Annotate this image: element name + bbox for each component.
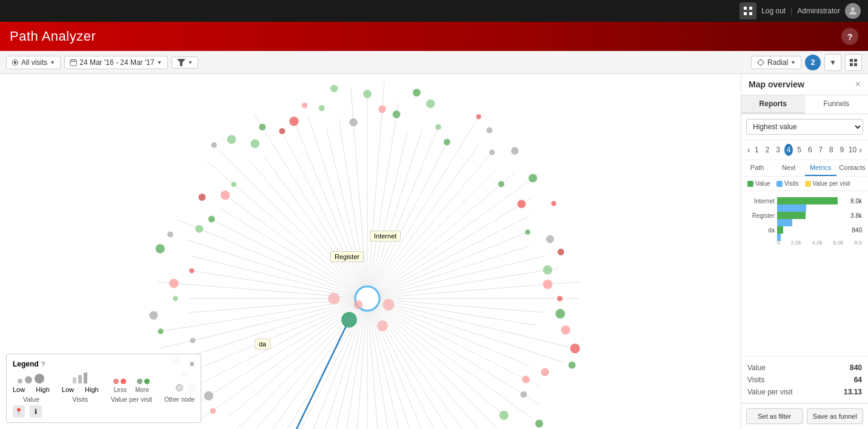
next-page-button[interactable]: ›	[859, 145, 862, 155]
filter-button[interactable]: ▼	[172, 56, 199, 69]
visits-dot	[776, 181, 783, 187]
panel-header: Map overview ×	[741, 74, 868, 95]
svg-line-181	[267, 320, 349, 429]
svg-point-171	[511, 147, 519, 155]
info-icon[interactable]: ℹ	[30, 405, 42, 417]
svg-marker-11	[177, 59, 185, 66]
bar-da-green	[777, 226, 783, 234]
svg-line-71	[219, 150, 367, 299]
toolbar: All visits ▼ 24 Mar '16 - 24 Mar '17 ▼ ▼…	[0, 51, 868, 74]
legend-other-col: Other node	[164, 384, 195, 403]
legend-header: Legend ? ×	[13, 359, 195, 369]
set-filter-button[interactable]: Set as filter	[746, 408, 803, 424]
svg-point-140	[149, 311, 158, 320]
svg-line-67	[212, 219, 367, 299]
logout-button[interactable]: Log out	[761, 7, 786, 15]
dropdown-icon[interactable]: ▼	[824, 54, 841, 71]
svg-line-87	[367, 138, 449, 299]
svg-line-91	[367, 169, 496, 299]
page-6[interactable]: 6	[806, 144, 814, 156]
svg-line-30	[367, 299, 513, 423]
subtab-metrics[interactable]: Metrics	[805, 160, 836, 176]
chart-row-da: da 840	[747, 225, 862, 235]
legend-more-label: More	[135, 387, 149, 393]
svg-line-55	[193, 299, 367, 388]
svg-line-34	[367, 299, 467, 429]
svg-rect-20	[854, 63, 857, 66]
grid-view-icon[interactable]	[845, 54, 862, 71]
panel-chart: Internet 8.0k Register 3.8k da	[741, 191, 868, 356]
svg-point-4	[851, 7, 855, 11]
pin-icon[interactable]: 📍	[13, 405, 25, 417]
svg-line-60	[189, 299, 367, 312]
date-range-button[interactable]: 24 Mar '16 - 24 Mar '17 ▼	[64, 56, 167, 69]
panel-subtabs: Path Next Metrics Contacts	[741, 160, 868, 177]
page-9[interactable]: 9	[838, 144, 846, 156]
svg-point-176	[525, 229, 530, 235]
svg-line-95	[367, 215, 531, 299]
svg-line-82	[367, 82, 384, 299]
highest-value-select[interactable]: Highest value Most visits Lowest value	[746, 119, 863, 135]
svg-line-33	[367, 299, 481, 429]
tab-reports[interactable]: Reports	[741, 95, 805, 113]
svg-point-133	[210, 408, 216, 414]
legend-visits-text: Visits	[784, 180, 799, 187]
panel-close-button[interactable]: ×	[855, 79, 861, 90]
map-area[interactable]: // Lines will be drawn via JS below Inte…	[0, 74, 741, 429]
svg-point-153	[250, 140, 259, 149]
svg-line-83	[367, 102, 398, 299]
svg-line-90	[367, 154, 492, 299]
page-1[interactable]: 1	[753, 144, 761, 156]
svg-point-147	[208, 216, 215, 223]
help-button[interactable]: ?	[841, 28, 858, 45]
svg-point-105	[569, 362, 576, 369]
page-5[interactable]: 5	[795, 144, 804, 156]
legend-close-button[interactable]: ×	[190, 359, 195, 369]
legend-value-label: Value	[23, 396, 39, 403]
subtab-next[interactable]: Next	[773, 160, 804, 176]
value-dot	[747, 181, 753, 187]
all-visits-button[interactable]: All visits ▼	[6, 56, 61, 69]
svg-point-174	[517, 200, 526, 208]
svg-rect-0	[744, 7, 747, 10]
legend-visits-label: Visits	[72, 396, 88, 403]
page-3[interactable]: 3	[774, 144, 783, 156]
svg-point-183	[342, 312, 356, 327]
svg-point-172	[498, 181, 504, 187]
page-8[interactable]: 8	[827, 144, 836, 156]
chart-row-register: Register 3.8k	[747, 211, 862, 220]
svg-point-101	[557, 296, 563, 301]
svg-point-156	[289, 117, 298, 126]
bar-internet-green	[777, 197, 838, 204]
svg-line-78	[326, 127, 367, 299]
grid-icon[interactable]	[739, 2, 756, 19]
panel-tabs: Reports Funnels	[741, 95, 868, 114]
stat-value-number: 840	[850, 363, 862, 372]
svg-point-180	[543, 280, 553, 289]
page-2[interactable]: 2	[763, 144, 772, 156]
svg-line-99	[367, 268, 558, 299]
panel-dropdown[interactable]: Highest value Most visits Lowest value	[741, 114, 868, 140]
radial-button[interactable]: Radial ▼	[751, 56, 801, 69]
subtab-contacts[interactable]: Contacts	[836, 160, 868, 176]
svg-line-25	[367, 299, 564, 363]
badge-number[interactable]: 2	[805, 55, 821, 70]
all-visits-label: All visits	[21, 58, 47, 67]
subtab-path[interactable]: Path	[741, 160, 773, 176]
avatar[interactable]	[845, 3, 861, 19]
page-4-active[interactable]: 4	[784, 144, 793, 156]
prev-page-button[interactable]: ‹	[747, 145, 750, 155]
divider: |	[790, 7, 792, 15]
legend-item-vpv: Value per visit	[805, 180, 850, 187]
legend-other-label: Other node	[164, 396, 195, 403]
titlebar: Path Analyzer ?	[0, 22, 868, 51]
save-funnel-button[interactable]: Save as funnel	[807, 408, 864, 424]
page-10[interactable]: 10	[849, 144, 857, 156]
page-7[interactable]: 7	[816, 144, 825, 156]
svg-line-64	[192, 256, 367, 299]
svg-line-77	[308, 115, 367, 299]
svg-line-84	[367, 132, 407, 299]
tab-funnels[interactable]: Funnels	[805, 95, 869, 113]
svg-line-97	[367, 246, 530, 299]
svg-line-35	[367, 299, 458, 429]
